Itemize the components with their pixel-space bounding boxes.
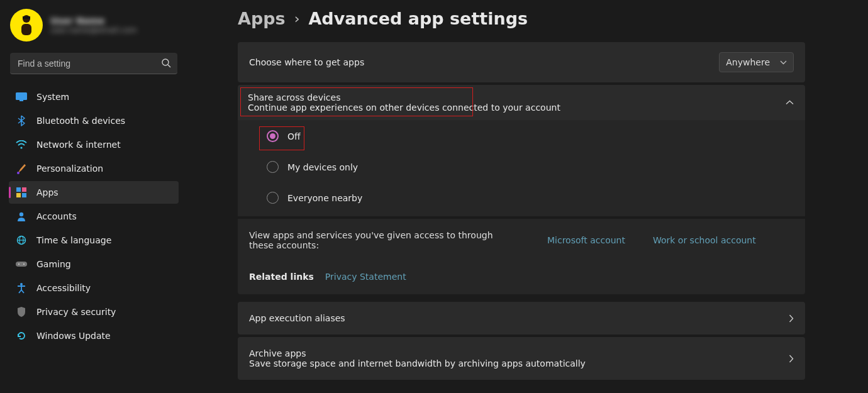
avatar: [10, 9, 43, 42]
sidebar-item-apps[interactable]: Apps: [9, 181, 179, 204]
sidebar-item-system[interactable]: System: [9, 86, 179, 108]
app-execution-aliases-row[interactable]: App execution aliases: [238, 302, 805, 335]
radio-option-off[interactable]: Off: [267, 129, 805, 143]
search-container: [10, 53, 177, 74]
get-apps-selected: Anywhere: [726, 57, 770, 67]
app-execution-aliases-title: App execution aliases: [249, 313, 345, 323]
sidebar-item-label: Gaming: [36, 259, 71, 269]
share-devices-title: Share across devices: [248, 92, 560, 102]
svg-point-7: [20, 147, 22, 148]
radio-icon: [267, 161, 279, 173]
accessibility-icon: [15, 282, 28, 294]
person-icon: [15, 211, 28, 221]
svg-rect-10: [22, 187, 26, 192]
sidebar-item-label: Network & internet: [36, 140, 121, 150]
svg-rect-1: [21, 24, 31, 35]
svg-rect-12: [22, 193, 26, 197]
breadcrumb-parent[interactable]: Apps: [238, 9, 286, 28]
get-apps-panel: Choose where to get apps Anywhere: [238, 42, 805, 82]
related-links-title: Related links: [249, 272, 314, 282]
svg-point-3: [162, 59, 169, 65]
archive-apps-title: Archive apps: [249, 348, 586, 358]
privacy-statement-link[interactable]: Privacy Statement: [325, 272, 406, 282]
archive-apps-panel: Archive apps Save storage space and inte…: [238, 337, 805, 380]
gaming-icon: [15, 260, 28, 268]
system-icon: [15, 92, 28, 101]
nav: System Bluetooth & devices Network & int…: [9, 86, 179, 347]
sidebar-item-personalization[interactable]: Personalization: [9, 157, 179, 180]
share-devices-panel: Share across devices Continue app experi…: [238, 85, 805, 216]
update-icon: [15, 331, 28, 341]
profile-name: User Name: [50, 16, 136, 26]
radio-label: Everyone nearby: [287, 193, 362, 203]
share-devices-body: Off My devices only Everyone nearby: [238, 120, 805, 216]
profile-block[interactable]: User Name user.name@email.com: [9, 9, 179, 42]
chevron-down-icon: [780, 60, 787, 65]
share-devices-subtitle: Continue app experiences on other device…: [248, 102, 560, 113]
main-content: Apps › Advanced app settings Choose wher…: [189, 0, 868, 393]
sidebar-item-windows-update[interactable]: Windows Update: [9, 324, 179, 347]
sidebar-item-network[interactable]: Network & internet: [9, 133, 179, 156]
sidebar-item-label: Apps: [36, 187, 58, 197]
access-label: View apps and services you've given acce…: [249, 230, 520, 250]
sidebar: User Name user.name@email.com System Blu…: [0, 0, 189, 393]
sidebar-item-label: Time & language: [36, 235, 111, 245]
breadcrumb-separator: ›: [294, 11, 300, 26]
bluetooth-icon: [15, 115, 28, 126]
app-execution-aliases-panel: App execution aliases: [238, 302, 805, 335]
radio-option-my-devices[interactable]: My devices only: [267, 160, 805, 174]
svg-point-18: [18, 263, 19, 265]
sidebar-item-label: Accounts: [36, 211, 77, 221]
svg-rect-6: [19, 100, 23, 101]
svg-rect-11: [16, 193, 21, 197]
archive-apps-row[interactable]: Archive apps Save storage space and inte…: [238, 337, 805, 380]
profile-email: user.name@email.com: [50, 26, 136, 35]
radio-label: My devices only: [287, 162, 358, 172]
sidebar-item-label: Accessibility: [36, 283, 91, 293]
sidebar-item-label: Bluetooth & devices: [36, 116, 125, 126]
svg-point-19: [23, 263, 25, 265]
wifi-icon: [15, 140, 28, 149]
radio-icon: [267, 192, 279, 204]
profile-text: User Name user.name@email.com: [50, 16, 136, 35]
sidebar-item-label: Windows Update: [36, 331, 111, 341]
svg-line-4: [168, 65, 170, 67]
chevron-right-icon: [789, 314, 794, 323]
archive-apps-subtitle: Save storage space and internet bandwidt…: [249, 358, 586, 368]
svg-rect-9: [16, 187, 21, 192]
sidebar-item-accessibility[interactable]: Accessibility: [9, 277, 179, 299]
access-accounts-row: View apps and services you've given acce…: [238, 219, 805, 262]
radio-option-everyone[interactable]: Everyone nearby: [267, 191, 805, 205]
search-icon[interactable]: [161, 58, 171, 68]
svg-point-20: [20, 283, 23, 285]
microsoft-account-link[interactable]: Microsoft account: [547, 235, 625, 245]
sidebar-item-privacy[interactable]: Privacy & security: [9, 301, 179, 323]
apps-icon: [15, 187, 28, 197]
sidebar-item-label: System: [36, 92, 69, 102]
brush-icon: [15, 163, 28, 174]
svg-rect-17: [16, 262, 27, 267]
sidebar-item-label: Privacy & security: [36, 307, 116, 317]
search-input[interactable]: [10, 53, 177, 74]
svg-point-13: [19, 213, 23, 216]
breadcrumb: Apps › Advanced app settings: [238, 9, 805, 28]
svg-rect-2: [23, 16, 30, 19]
shield-icon: [15, 307, 28, 317]
page-title: Advanced app settings: [308, 9, 528, 28]
svg-point-8: [17, 172, 19, 174]
svg-rect-5: [16, 92, 27, 100]
related-links-row: Related links Privacy Statement: [238, 262, 805, 294]
get-apps-title: Choose where to get apps: [249, 57, 364, 67]
work-school-account-link[interactable]: Work or school account: [653, 235, 756, 245]
chevron-right-icon: [789, 355, 794, 363]
sidebar-item-bluetooth[interactable]: Bluetooth & devices: [9, 109, 179, 132]
get-apps-dropdown[interactable]: Anywhere: [719, 52, 794, 72]
sidebar-item-time-language[interactable]: Time & language: [9, 229, 179, 252]
radio-label: Off: [287, 131, 301, 141]
sidebar-item-accounts[interactable]: Accounts: [9, 205, 179, 228]
share-devices-header[interactable]: Share across devices Continue app experi…: [238, 85, 805, 120]
sidebar-item-label: Personalization: [36, 163, 103, 174]
chevron-up-icon: [786, 100, 794, 105]
sidebar-item-gaming[interactable]: Gaming: [9, 253, 179, 275]
radio-icon: [267, 130, 279, 142]
